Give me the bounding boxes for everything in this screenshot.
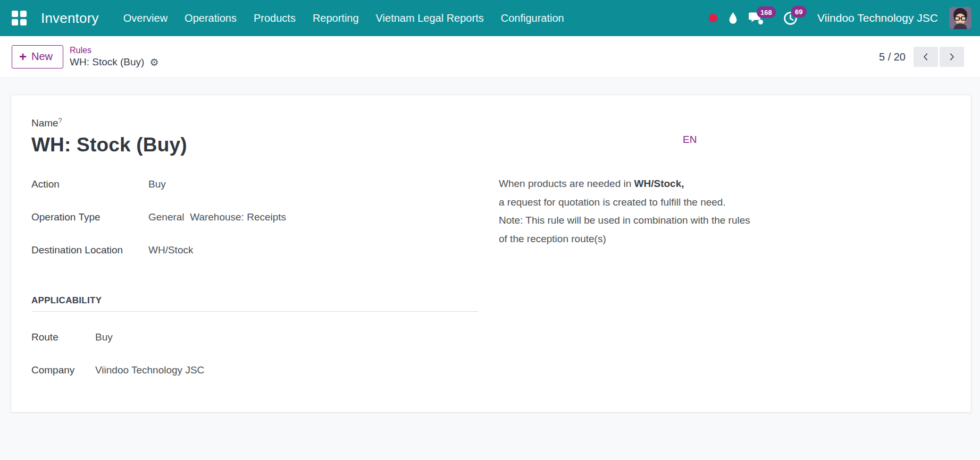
systray: 168 69 Viindoo Technology JSC	[709, 7, 971, 29]
language-badge[interactable]: EN	[683, 134, 697, 146]
messages-icon[interactable]: 168	[749, 12, 764, 25]
viindoo-drop-icon[interactable]	[728, 12, 738, 24]
rule-description-line-3: Note: This rule will be used in combinat…	[499, 211, 765, 230]
chevron-right-icon	[947, 52, 957, 62]
chevron-left-icon	[921, 52, 931, 62]
top-navbar: Inventory Overview Operations Products R…	[0, 0, 980, 36]
field-value-route[interactable]: Buy	[95, 331, 113, 343]
rule-description-line-4: of the reception route(s)	[499, 230, 765, 249]
field-label-destination-location: Destination Location	[31, 244, 148, 256]
section-applicability: APPLICABILITY	[31, 295, 478, 312]
rule-description: When products are needed in WH/Stock, a …	[499, 175, 765, 248]
rule-description-line-1: When products are needed in WH/Stock,	[499, 175, 765, 193]
menu-item-configuration[interactable]: Configuration	[492, 0, 573, 36]
form-sheet: Name? WH: Stock (Buy) Action Buy Operati…	[11, 95, 971, 413]
plus-icon: +	[19, 53, 27, 61]
field-label-company: Company	[31, 364, 95, 376]
new-button-label: New	[31, 50, 53, 63]
help-icon[interactable]: ?	[58, 117, 62, 124]
control-panel: + New Rules WH: Stock (Buy) ⚙ 5 / 20	[0, 36, 980, 78]
field-value-company[interactable]: Viindoo Technology JSC	[95, 364, 204, 376]
field-label-route: Route	[31, 331, 95, 343]
pager-previous-button[interactable]	[914, 47, 938, 67]
field-row-route: Route Buy	[31, 331, 971, 343]
pager-count[interactable]: 5 / 20	[879, 51, 906, 63]
breadcrumb-rules-link[interactable]: Rules	[70, 46, 158, 55]
field-value-destination-location[interactable]: WH/Stock	[148, 244, 193, 256]
rule-description-line-2: a request for quotation is created to fu…	[499, 193, 765, 212]
name-field-label: Name?	[31, 117, 971, 129]
app-name[interactable]: Inventory	[41, 10, 99, 27]
menu-item-vietnam-legal-reports[interactable]: Vietnam Legal Reports	[367, 0, 492, 36]
breadcrumb: Rules WH: Stock (Buy) ⚙	[70, 46, 158, 69]
pager: 5 / 20	[879, 47, 964, 67]
apps-grid-icon[interactable]	[12, 11, 27, 25]
messages-badge: 168	[757, 6, 776, 18]
user-avatar[interactable]	[949, 7, 971, 29]
field-row-company: Company Viindoo Technology JSC	[31, 364, 971, 376]
company-name[interactable]: Viindoo Technology JSC	[817, 12, 938, 24]
pager-next-button[interactable]	[940, 47, 964, 67]
activities-badge: 69	[791, 6, 806, 18]
field-label-operation-type: Operation Type	[31, 211, 148, 223]
gear-icon[interactable]: ⚙	[149, 57, 158, 67]
main-menu: Overview Operations Products Reporting V…	[115, 0, 573, 36]
activities-clock-icon[interactable]: 69	[783, 11, 798, 25]
menu-item-products[interactable]: Products	[245, 0, 304, 36]
field-value-action[interactable]: Buy	[148, 178, 166, 190]
menu-item-overview[interactable]: Overview	[115, 0, 176, 36]
breadcrumb-current: WH: Stock (Buy)	[70, 56, 144, 68]
field-value-operation-type[interactable]: General Warehouse: Receipts	[148, 211, 286, 223]
menu-item-reporting[interactable]: Reporting	[304, 0, 367, 36]
menu-item-operations[interactable]: Operations	[176, 0, 245, 36]
field-label-action: Action	[31, 178, 148, 190]
new-button[interactable]: + New	[12, 45, 63, 69]
record-title[interactable]: WH: Stock (Buy)	[31, 134, 971, 156]
recording-status-dot-icon[interactable]	[709, 14, 717, 22]
